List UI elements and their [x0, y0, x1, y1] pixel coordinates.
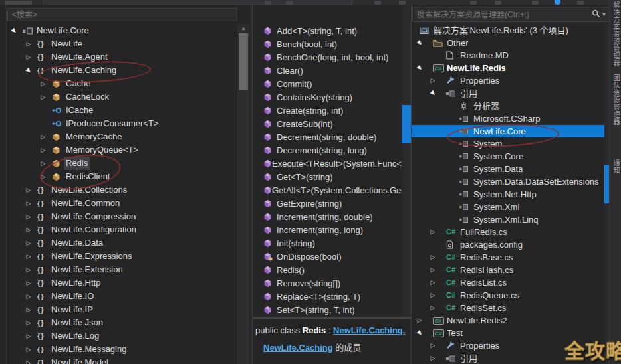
member-item-clear-[interactable]: Clear() [253, 64, 402, 77]
side-tab-0[interactable]: 解决方案资源管理器 [611, 1, 621, 67]
solution-item-system-core[interactable]: System.Core [412, 150, 604, 163]
expander-collapsed-icon[interactable]: ▷ [428, 264, 437, 276]
expander-collapsed-icon[interactable]: ▷ [39, 157, 48, 170]
toolbar-icon-stub[interactable] [265, 1, 271, 5]
class-view-item-newlife-json[interactable]: ▷{}NewLife.Json [0, 316, 237, 329]
expander-collapsed-icon[interactable]: ▷ [24, 183, 33, 197]
toolbar-icon-stub[interactable] [577, 1, 584, 5]
member-item-replace-t-string-t-[interactable]: Replace<T>(string, T) [253, 290, 402, 303]
solution-item-microsoft-csharp[interactable]: Microsoft.CSharp [412, 112, 604, 125]
solution-item-fullredis-cs[interactable]: ▷C#FullRedis.cs [412, 226, 604, 238]
expander-collapsed-icon[interactable]: ▷ [24, 263, 33, 276]
expander-collapsed-icon[interactable]: ▷ [24, 290, 33, 303]
expander-collapsed-icon[interactable]: ▷ [428, 289, 437, 302]
solution-item-properties[interactable]: ▷Properties [412, 74, 604, 87]
member-item-execute-tresult-system-func-n[interactable]: Execute<TResult>(System.Func<N [253, 157, 402, 170]
member-list-scrollbar[interactable] [402, 5, 411, 317]
solution-item-redislist-cs[interactable]: ▷C#RedisList.cs [412, 276, 604, 289]
class-view-item-newlife-data[interactable]: ▷{}NewLife.Data [0, 236, 237, 250]
expander-collapsed-icon[interactable]: ▷ [428, 276, 437, 289]
expander-expanded-icon[interactable]: ▶ [9, 24, 19, 37]
expander-collapsed-icon[interactable]: ▷ [24, 356, 33, 364]
class-view-item-newlife-log[interactable]: ▷{}NewLife.Log [0, 329, 237, 343]
member-item-get-t-string-[interactable]: Get<T>(string) [253, 170, 402, 183]
class-view-item-newlife-configuration[interactable]: ▷{}NewLife.Configuration [0, 223, 237, 236]
class-view-item-newlife-messaging[interactable]: ▷{}NewLife.Messaging [0, 343, 237, 356]
expander-collapsed-icon[interactable]: ▷ [428, 302, 437, 314]
class-view-item-newlife-expressions[interactable]: ▷{}NewLife.Expressions [0, 250, 237, 263]
solution-item-newlife-redis[interactable]: ▶C#NewLife.Redis [412, 62, 604, 74]
solution-item-newlife-core[interactable]: NewLife.Core [412, 125, 604, 137]
member-item-commit-[interactable]: Commit() [253, 77, 402, 90]
solution-search-input[interactable] [413, 7, 592, 21]
solution-item-system-data-datasetextensions[interactable]: System.Data.DataSetExtensions [412, 175, 604, 188]
class-view-item-cachelock[interactable]: ▷CacheLock [0, 90, 237, 104]
member-item-increment-string-double-[interactable]: Increment(string, double) [253, 210, 402, 223]
expander-expanded-icon[interactable]: ▶ [428, 87, 437, 100]
class-view-item-newlife-io[interactable]: ▷{}NewLife.IO [0, 290, 237, 303]
expander-collapsed-icon[interactable]: ▷ [24, 236, 33, 250]
member-item-add-t-string-t-int-[interactable]: Add<T>(string, T, int) [253, 24, 402, 37]
class-view-item-memoryqueue-t-[interactable]: ▷MemoryQueue<T> [0, 143, 237, 157]
expander-collapsed-icon[interactable]: ▷ [39, 90, 48, 104]
expander-collapsed-icon[interactable]: ▷ [24, 276, 33, 290]
class-view-item-icache[interactable]: ICache [0, 104, 237, 117]
expander-collapsed-icon[interactable]: ▷ [39, 143, 48, 157]
toolbar-icon-stub[interactable] [495, 1, 501, 5]
class-view-item-newlife[interactable]: ▷{}NewLife [0, 37, 237, 50]
expander-expanded-icon[interactable]: ▶ [415, 327, 424, 339]
search-options-dropdown-icon[interactable]: ▼ [602, 12, 606, 17]
member-item-redis-[interactable]: Redis() [253, 263, 402, 276]
toolbar-icon-stub[interactable] [374, 1, 381, 5]
solution-item-other[interactable]: ▶Other [412, 37, 604, 49]
member-item-decrement-string-double-[interactable]: Decrement(string, double) [253, 130, 402, 143]
toolbar-icon-stub[interactable] [286, 1, 293, 5]
expander-collapsed-icon[interactable]: ▷ [24, 50, 33, 64]
class-view-item-iproducerconsumer-t-[interactable]: IProducerConsumer<T> [0, 117, 237, 130]
toolbar-sync-icon[interactable] [555, 0, 560, 5]
solution-item-redisbase-cs[interactable]: ▷C#RedisBase.cs [412, 251, 604, 264]
member-item-benchone-long-int-bool-int-[interactable]: BenchOne(long, int, bool, int) [253, 50, 402, 64]
solution-item-newlife-redis2[interactable]: ▷C#NewLife.Redis2 [412, 314, 604, 327]
solution-item--[interactable]: 分析器 [412, 100, 604, 112]
solution-item--[interactable]: ▶引用 [412, 87, 604, 100]
expander-collapsed-icon[interactable]: ▷ [415, 314, 424, 327]
expander-collapsed-icon[interactable]: ▷ [24, 197, 33, 210]
expander-collapsed-icon[interactable]: ▷ [24, 37, 33, 50]
class-view-item-newlife-caching[interactable]: ▶{}NewLife.Caching [0, 64, 237, 77]
left-scrollbar-thumb[interactable] [239, 33, 248, 90]
expander-collapsed-icon[interactable]: ▷ [24, 343, 33, 356]
expander-expanded-icon[interactable]: ▶ [24, 64, 33, 77]
member-item-getexpire-string-[interactable]: GetExpire(string) [253, 197, 402, 210]
class-view-item-newlife-common[interactable]: ▷{}NewLife.Common [0, 197, 237, 210]
search-icon[interactable] [592, 9, 600, 21]
expander-collapsed-icon[interactable]: ▷ [24, 210, 33, 223]
expander-collapsed-icon[interactable]: ▷ [39, 170, 48, 183]
member-list-scrollbar-thumb[interactable] [402, 105, 411, 143]
class-view-item-redisclient[interactable]: ▷RedisClient [0, 170, 237, 183]
class-view-item-memorycache[interactable]: ▷MemoryCache [0, 130, 237, 143]
member-item-getall-t-system-collections-gene[interactable]: GetAll<T>(System.Collections.Gene [253, 183, 402, 197]
member-item-containskey-string-[interactable]: ContainsKey(string) [253, 90, 402, 104]
member-item-decrement-string-long-[interactable]: Decrement(string, long) [253, 143, 402, 157]
member-item-createsub-int-[interactable]: CreateSub(int) [253, 117, 402, 130]
expander-collapsed-icon[interactable]: ▷ [24, 329, 33, 343]
member-item-ondispose-bool-[interactable]: OnDispose(bool) [253, 250, 402, 263]
base-type-link[interactable]: NewLife.Caching. [333, 325, 405, 335]
expander-collapsed-icon[interactable]: ▷ [39, 77, 48, 90]
toolbar-icon-stub[interactable] [532, 1, 539, 5]
solution-item-system-net-http[interactable]: System.Net.Http [412, 188, 604, 201]
class-view-item-newlife-compression[interactable]: ▷{}NewLife.Compression [0, 210, 237, 223]
class-view-item-cache[interactable]: ▷Cache [0, 77, 237, 90]
solution-item-redisqueue-cs[interactable]: ▷C#RedisQueue.cs [412, 289, 604, 302]
member-item-create-string-int-[interactable]: Create(string, int) [253, 104, 402, 117]
side-tab-1[interactable]: 团队资源管理器 [611, 74, 621, 126]
solution-item-system[interactable]: System [412, 137, 604, 150]
typename-search-input[interactable] [8, 9, 237, 21]
class-view-item-newlife-extension[interactable]: ▷{}NewLife.Extension [0, 263, 237, 276]
class-view-item-newlife-ip[interactable]: ▷{}NewLife.IP [0, 303, 237, 316]
expander-collapsed-icon[interactable]: ▷ [24, 250, 33, 263]
toolbar-icon-stub[interactable] [399, 1, 406, 5]
member-item-set-t-string-t-int-[interactable]: Set<T>(string, T, int) [253, 303, 402, 316]
class-view-item-newlife-core[interactable]: ▶NewLife.Core [0, 24, 237, 37]
